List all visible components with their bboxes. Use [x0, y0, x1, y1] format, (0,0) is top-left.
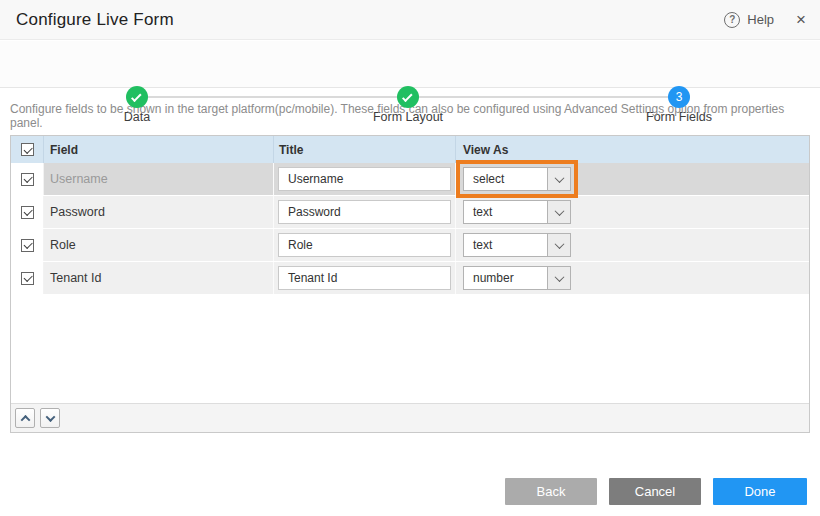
title-input[interactable]: Username [278, 167, 451, 191]
move-up-button[interactable] [15, 408, 35, 428]
help-button[interactable]: ? Help [724, 12, 774, 28]
table-empty-area [11, 295, 809, 403]
table-row[interactable]: Password Password text [11, 196, 809, 229]
help-label: Help [747, 12, 774, 27]
column-header-field: Field [44, 136, 274, 163]
back-button[interactable]: Back [505, 478, 597, 505]
move-down-button[interactable] [40, 408, 60, 428]
table-row[interactable]: Tenant Id Tenant Id number [11, 262, 809, 295]
help-icon: ? [724, 12, 740, 28]
title-input[interactable]: Password [278, 200, 451, 224]
table-footer [11, 403, 809, 432]
select-dropdown-button[interactable] [547, 267, 570, 289]
field-name: Username [44, 163, 274, 195]
step-number: 3 [676, 90, 683, 104]
chevron-down-icon [554, 206, 564, 216]
close-icon[interactable]: × [796, 11, 806, 28]
chevron-down-icon [45, 412, 55, 422]
step-data-circle[interactable] [126, 86, 148, 108]
column-header-view-as: View As [456, 136, 809, 163]
done-button[interactable]: Done [713, 478, 807, 505]
view-as-value: text [464, 234, 547, 256]
view-as-value: select [464, 168, 547, 190]
view-as-value: number [464, 267, 547, 289]
table-row[interactable]: Role Role text [11, 229, 809, 262]
row-checkbox[interactable] [21, 239, 34, 252]
view-as-select[interactable]: text [463, 233, 571, 257]
table-row[interactable]: Username Username select [11, 163, 809, 196]
view-as-select[interactable]: number [463, 266, 571, 290]
step-form-layout-circle[interactable] [397, 86, 419, 108]
fields-table: Field Title View As Username Username se… [10, 135, 810, 433]
select-all-checkbox[interactable] [21, 143, 34, 156]
row-checkbox[interactable] [21, 272, 34, 285]
field-name: Password [44, 196, 274, 228]
table-header-row: Field Title View As [11, 136, 809, 163]
configure-live-form-dialog: Configure Live Form ? Help × Data Form L… [0, 0, 820, 516]
check-icon [402, 91, 413, 102]
select-dropdown-button[interactable] [547, 234, 570, 256]
dialog-titlebar: Configure Live Form ? Help × [0, 0, 820, 40]
stepper-connector [419, 96, 668, 98]
header-checkbox-cell [11, 136, 44, 163]
title-input[interactable]: Role [278, 233, 451, 257]
field-name: Role [44, 229, 274, 261]
step-form-fields-circle[interactable]: 3 [668, 86, 690, 108]
title-input[interactable]: Tenant Id [278, 266, 451, 290]
chevron-down-icon [554, 239, 564, 249]
field-name: Tenant Id [44, 262, 274, 294]
cancel-button[interactable]: Cancel [609, 478, 701, 505]
chevron-down-icon [554, 173, 564, 183]
row-checkbox[interactable] [21, 173, 34, 186]
chevron-down-icon [554, 272, 564, 282]
dialog-title: Configure Live Form [16, 10, 174, 30]
highlight-box: select [456, 160, 578, 198]
select-dropdown-button[interactable] [547, 168, 570, 190]
select-dropdown-button[interactable] [547, 201, 570, 223]
row-checkbox[interactable] [21, 206, 34, 219]
stepper-connector [148, 96, 397, 98]
view-as-select[interactable]: select [463, 167, 571, 191]
column-header-title: Title [274, 136, 456, 163]
view-as-select[interactable]: text [463, 200, 571, 224]
view-as-value: text [464, 201, 547, 223]
wizard-stepper: Data Form Layout 3 Form Fields [0, 41, 820, 88]
chevron-up-icon [20, 414, 30, 424]
dialog-actions: Back Cancel Done [0, 478, 807, 505]
check-icon [131, 91, 142, 102]
